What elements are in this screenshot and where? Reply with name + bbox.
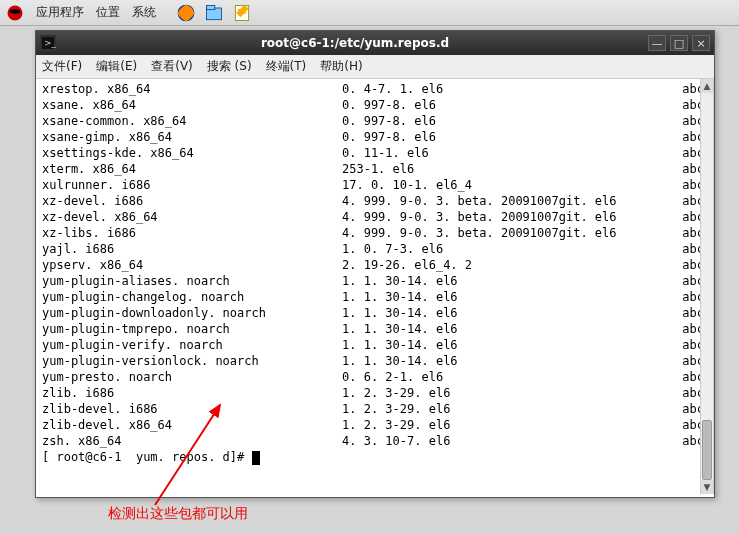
titlebar[interactable]: >_ root@c6-1:/etc/yum.repos.d — □ ×: [36, 31, 714, 55]
package-name: yum-plugin-aliases. noarch: [42, 273, 342, 289]
svg-rect-4: [207, 5, 215, 9]
notepad-icon[interactable]: [232, 3, 252, 23]
desktop-panel: 应用程序 位置 系统: [0, 0, 739, 26]
package-row: zsh. x86_644. 3. 10-7. el6abc: [42, 433, 708, 449]
package-version: 4. 999. 9-0. 3. beta. 20091007git. el6: [342, 193, 682, 209]
package-name: yum-plugin-changelog. noarch: [42, 289, 342, 305]
menu-terminal[interactable]: 终端(T): [266, 58, 307, 75]
package-version: 0. 6. 2-1. el6: [342, 369, 682, 385]
menu-applications[interactable]: 应用程序: [36, 4, 84, 21]
package-name: xterm. x86_64: [42, 161, 342, 177]
package-name: ypserv. x86_64: [42, 257, 342, 273]
package-row: yum-plugin-verify. noarch1. 1. 30-14. el…: [42, 337, 708, 353]
package-row: zlib-devel. x86_641. 2. 3-29. el6abc: [42, 417, 708, 433]
package-name: zlib-devel. i686: [42, 401, 342, 417]
package-name: xz-devel. i686: [42, 193, 342, 209]
package-version: 4. 999. 9-0. 3. beta. 20091007git. el6: [342, 209, 682, 225]
menu-file[interactable]: 文件(F): [42, 58, 82, 75]
package-row: xz-devel. x86_644. 999. 9-0. 3. beta. 20…: [42, 209, 708, 225]
package-version: 0. 997-8. el6: [342, 113, 682, 129]
menu-help[interactable]: 帮助(H): [320, 58, 362, 75]
redhat-icon[interactable]: [6, 4, 24, 22]
package-version: 0. 11-1. el6: [342, 145, 682, 161]
package-version: 1. 1. 30-14. el6: [342, 273, 682, 289]
package-name: xz-libs. i686: [42, 225, 342, 241]
menu-edit[interactable]: 编辑(E): [96, 58, 137, 75]
package-version: 253-1. el6: [342, 161, 682, 177]
package-version: 1. 1. 30-14. el6: [342, 337, 682, 353]
package-version: 17. 0. 10-1. el6_4: [342, 177, 682, 193]
package-row: yum-plugin-versionlock. noarch1. 1. 30-1…: [42, 353, 708, 369]
terminal-icon: >_: [40, 35, 56, 51]
prompt-text: [ root@c6-1 yum. repos. d]#: [42, 450, 252, 464]
scroll-up-button[interactable]: ▲: [701, 79, 713, 93]
package-row: yum-plugin-downloadonly. noarch1. 1. 30-…: [42, 305, 708, 321]
package-name: zlib. i686: [42, 385, 342, 401]
package-row: xsane-common. x86_640. 997-8. el6abc: [42, 113, 708, 129]
svg-point-1: [10, 9, 21, 14]
package-row: zlib. i6861. 2. 3-29. el6abc: [42, 385, 708, 401]
package-version: 1. 2. 3-29. el6: [342, 417, 682, 433]
package-version: 1. 1. 30-14. el6: [342, 321, 682, 337]
menu-search[interactable]: 搜索 (S): [207, 58, 252, 75]
package-version: 0. 997-8. el6: [342, 129, 682, 145]
package-name: zsh. x86_64: [42, 433, 342, 449]
svg-text:>_: >_: [44, 38, 56, 48]
firefox-icon[interactable]: [176, 3, 196, 23]
prompt-line[interactable]: [ root@c6-1 yum. repos. d]#: [42, 449, 708, 465]
minimize-button[interactable]: —: [648, 35, 666, 51]
menu-view[interactable]: 查看(V): [151, 58, 193, 75]
package-version: 0. 997-8. el6: [342, 97, 682, 113]
package-version: 4. 999. 9-0. 3. beta. 20091007git. el6: [342, 225, 682, 241]
package-name: yum-plugin-tmprepo. noarch: [42, 321, 342, 337]
package-name: yum-plugin-verify. noarch: [42, 337, 342, 353]
annotation-text: 检测出这些包都可以用: [108, 505, 248, 523]
package-row: xterm. x86_64253-1. el6abc: [42, 161, 708, 177]
package-row: yum-presto. noarch0. 6. 2-1. el6abc: [42, 369, 708, 385]
maximize-button[interactable]: □: [670, 35, 688, 51]
package-version: 1. 1. 30-14. el6: [342, 305, 682, 321]
package-row: zlib-devel. i6861. 2. 3-29. el6abc: [42, 401, 708, 417]
package-version: 1. 0. 7-3. el6: [342, 241, 682, 257]
package-row: yajl. i6861. 0. 7-3. el6abc: [42, 241, 708, 257]
package-version: 1. 1. 30-14. el6: [342, 353, 682, 369]
package-version: 4. 3. 10-7. el6: [342, 433, 682, 449]
package-row: xsettings-kde. x86_640. 11-1. el6abc: [42, 145, 708, 161]
file-manager-icon[interactable]: [204, 3, 224, 23]
package-version: 1. 2. 3-29. el6: [342, 401, 682, 417]
package-name: yajl. i686: [42, 241, 342, 257]
package-name: xz-devel. x86_64: [42, 209, 342, 225]
package-name: yum-plugin-versionlock. noarch: [42, 353, 342, 369]
scroll-thumb[interactable]: [702, 420, 712, 480]
scrollbar[interactable]: ▲ ▼: [700, 79, 714, 494]
package-name: yum-presto. noarch: [42, 369, 342, 385]
package-row: ypserv. x86_642. 19-26. el6_4. 2abc: [42, 257, 708, 273]
package-version: 0. 4-7. 1. el6: [342, 81, 682, 97]
close-button[interactable]: ×: [692, 35, 710, 51]
package-name: yum-plugin-downloadonly. noarch: [42, 305, 342, 321]
terminal-window: >_ root@c6-1:/etc/yum.repos.d — □ × 文件(F…: [35, 30, 715, 498]
package-name: xsane-common. x86_64: [42, 113, 342, 129]
package-row: yum-plugin-tmprepo. noarch1. 1. 30-14. e…: [42, 321, 708, 337]
package-row: xulrunner. i68617. 0. 10-1. el6_4abc: [42, 177, 708, 193]
scroll-down-button[interactable]: ▼: [701, 480, 713, 494]
package-name: xrestop. x86_64: [42, 81, 342, 97]
cursor: [252, 451, 260, 465]
package-version: 1. 2. 3-29. el6: [342, 385, 682, 401]
window-title: root@c6-1:/etc/yum.repos.d: [62, 36, 648, 50]
package-row: xsane. x86_640. 997-8. el6abc: [42, 97, 708, 113]
menu-places[interactable]: 位置: [96, 4, 120, 21]
package-row: xz-libs. i6864. 999. 9-0. 3. beta. 20091…: [42, 225, 708, 241]
package-name: zlib-devel. x86_64: [42, 417, 342, 433]
package-name: xsane. x86_64: [42, 97, 342, 113]
package-row: yum-plugin-aliases. noarch1. 1. 30-14. e…: [42, 273, 708, 289]
package-name: xulrunner. i686: [42, 177, 342, 193]
package-row: xrestop. x86_640. 4-7. 1. el6abc: [42, 81, 708, 97]
package-name: xsane-gimp. x86_64: [42, 129, 342, 145]
package-row: xz-devel. i6864. 999. 9-0. 3. beta. 2009…: [42, 193, 708, 209]
menu-system[interactable]: 系统: [132, 4, 156, 21]
package-row: yum-plugin-changelog. noarch1. 1. 30-14.…: [42, 289, 708, 305]
package-version: 2. 19-26. el6_4. 2: [342, 257, 682, 273]
terminal-content[interactable]: xrestop. x86_640. 4-7. 1. el6abcxsane. x…: [36, 79, 714, 497]
package-version: 1. 1. 30-14. el6: [342, 289, 682, 305]
